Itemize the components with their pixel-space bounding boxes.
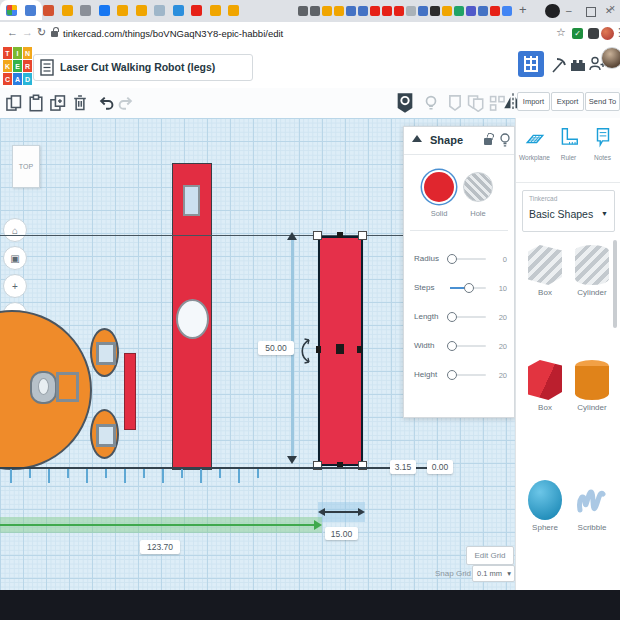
tab-favicon[interactable] <box>298 6 308 16</box>
width-slider[interactable] <box>450 345 486 347</box>
tab-favicon[interactable] <box>117 5 128 16</box>
window-maximize-button[interactable] <box>586 7 596 17</box>
hole-bulb-icon[interactable] <box>422 94 440 112</box>
ungroup-icon[interactable] <box>466 94 484 112</box>
resize-handle-top-left[interactable] <box>313 231 322 240</box>
undo-icon[interactable] <box>97 94 115 112</box>
window-minimize-button[interactable]: – <box>566 4 572 18</box>
tab-favicon[interactable] <box>394 6 404 16</box>
slider-knob[interactable] <box>447 312 457 322</box>
tab-favicon[interactable] <box>322 6 332 16</box>
slider-knob[interactable] <box>447 341 457 351</box>
paste-icon[interactable] <box>27 94 45 112</box>
length-slider[interactable] <box>450 316 486 318</box>
tab-favicon[interactable] <box>358 6 368 16</box>
slider-knob[interactable] <box>447 254 457 264</box>
shape-item-box[interactable]: Box <box>524 245 566 297</box>
workplane-tool[interactable]: Workplane <box>518 126 551 161</box>
shape-item-sphere[interactable]: Sphere <box>524 480 566 532</box>
pill-connector-shape[interactable] <box>30 371 57 404</box>
tab-favicon[interactable] <box>478 6 488 16</box>
tab-favicon[interactable] <box>454 6 464 16</box>
tab-favicon[interactable] <box>62 5 73 16</box>
browser-profile-avatar[interactable] <box>601 27 614 40</box>
solid-mode-icon[interactable] <box>395 92 415 114</box>
red-strip-shape[interactable] <box>124 353 136 430</box>
notes-tool[interactable]: Notes <box>586 126 619 161</box>
active-tab-tinkercad[interactable]: × <box>0 0 42 20</box>
move-handle-center[interactable] <box>336 344 344 354</box>
height-dimension-value[interactable]: 50.00 <box>258 341 294 355</box>
tab-favicon[interactable] <box>25 5 36 16</box>
extension-pill-icon[interactable] <box>545 4 560 18</box>
hole-swatch[interactable] <box>463 172 493 202</box>
tab-favicon[interactable] <box>466 6 476 16</box>
panel-header[interactable]: Shape <box>404 127 514 155</box>
shape-item-box[interactable]: Box <box>524 360 566 412</box>
square-hole-on-disc[interactable] <box>56 372 79 402</box>
resize-handle-bottom-left[interactable] <box>313 461 322 470</box>
tab-favicon[interactable] <box>43 5 54 16</box>
width-dimension-value[interactable]: 15.00 <box>325 527 358 540</box>
tab-favicon[interactable] <box>191 5 202 16</box>
resize-handle-mid-left[interactable] <box>316 346 321 353</box>
tab-favicon[interactable] <box>502 6 512 16</box>
radius-slider[interactable] <box>450 258 486 260</box>
tab-favicon[interactable] <box>136 5 147 16</box>
import-button[interactable]: Import <box>517 92 550 111</box>
tab-favicon[interactable] <box>418 6 428 16</box>
back-icon[interactable]: ← <box>7 26 18 38</box>
rotate-handle-icon[interactable] <box>296 336 312 366</box>
resize-handle-top-right[interactable] <box>358 231 367 240</box>
forward-icon[interactable]: → <box>22 26 33 38</box>
shape-item-cylinder[interactable]: Cylinder <box>571 245 613 297</box>
tab-favicon[interactable] <box>346 6 356 16</box>
ruler-tool[interactable]: Ruler <box>552 126 585 161</box>
view-cube[interactable]: TOP <box>12 145 40 188</box>
user-avatar[interactable] <box>601 47 620 69</box>
resize-handle-bottom-right[interactable] <box>358 461 367 470</box>
tab-favicon[interactable] <box>334 6 344 16</box>
sidebar-scrollbar[interactable] <box>613 240 617 328</box>
tab-favicon[interactable] <box>406 6 416 16</box>
slider-knob[interactable] <box>464 283 474 293</box>
new-tab-button[interactable]: + <box>519 2 527 17</box>
group-icon[interactable] <box>446 94 464 112</box>
tab-favicon[interactable] <box>490 6 500 16</box>
zoom-in-button[interactable]: + <box>3 274 27 298</box>
reload-icon[interactable]: ↻ <box>37 26 46 39</box>
bookmark-star-icon[interactable]: ☆ <box>556 26 566 39</box>
tab-favicon[interactable] <box>430 6 440 16</box>
browser-menu-icon[interactable]: ⋮ <box>614 26 620 39</box>
shape-item-scribble[interactable]: Scribble <box>571 480 613 532</box>
slider-knob[interactable] <box>447 370 457 380</box>
tab-favicon[interactable] <box>210 5 221 16</box>
window-close-button[interactable]: ✕ <box>605 4 613 18</box>
visibility-bulb-icon[interactable] <box>499 132 511 149</box>
tinkercad-logo[interactable]: TINKERCAD <box>3 47 32 85</box>
tab-favicon[interactable] <box>80 5 91 16</box>
resize-handle-top-mid[interactable] <box>337 232 343 238</box>
collapse-triangle-icon[interactable] <box>412 135 422 142</box>
tools-pickaxe-icon[interactable] <box>549 56 567 74</box>
resize-handle-mid-right[interactable] <box>357 346 362 353</box>
dashboard-button[interactable] <box>518 51 544 77</box>
solid-swatch[interactable] <box>424 172 454 202</box>
design-title-box[interactable]: Laser Cut Walking Robot (legs) <box>33 54 253 81</box>
tab-favicon[interactable] <box>382 6 392 16</box>
tab-favicon[interactable] <box>310 6 320 16</box>
snap-grid-dropdown[interactable]: 0.1 mm ▾ <box>472 565 515 582</box>
shape-item-cylinder[interactable]: Cylinder <box>571 360 613 412</box>
gap-dimension-value[interactable]: 3.15 <box>390 460 416 474</box>
height-slider[interactable] <box>450 374 486 376</box>
duplicate-icon[interactable] <box>49 94 67 112</box>
send-to-button[interactable]: Send To <box>585 92 620 111</box>
tab-favicon[interactable] <box>228 5 239 16</box>
zero-dimension-value[interactable]: 0.00 <box>427 460 453 474</box>
tab-favicon[interactable] <box>442 6 452 16</box>
fit-view-button[interactable]: ▣ <box>3 246 27 270</box>
tab-favicon[interactable] <box>154 5 165 16</box>
export-button[interactable]: Export <box>551 92 584 111</box>
tab-favicon[interactable] <box>173 5 184 16</box>
home-view-button[interactable]: ⌂ <box>3 218 27 242</box>
